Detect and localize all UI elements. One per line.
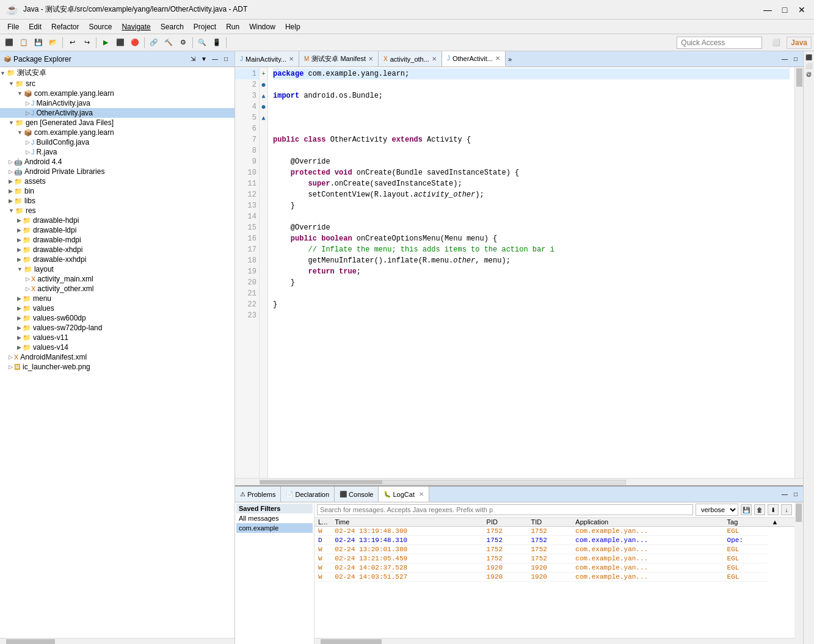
menu-file[interactable]: File — [2, 21, 24, 32]
editor-scrollbar[interactable] — [794, 67, 803, 478]
code-editor[interactable]: package com.example.yang.learn; import a… — [268, 67, 794, 478]
editor-hscrollbar[interactable] — [235, 478, 803, 485]
menu-search[interactable]: Search — [156, 21, 189, 32]
tree-item-15[interactable]: ▶ 📁 drawable-hdpi — [0, 215, 234, 225]
toolbar-btn-9[interactable]: 🔴 — [128, 36, 142, 49]
tree-item-21[interactable]: ▷ X activity_main.xml — [0, 274, 234, 284]
tree-item-20[interactable]: ▼ 📁 layout — [0, 264, 234, 274]
quick-access-input[interactable] — [677, 37, 762, 49]
editor-min-btn[interactable]: — — [780, 54, 790, 64]
tree-item-13[interactable]: ▶ 📁 libs — [0, 196, 234, 206]
logcat-clear-btn[interactable]: 🗑 — [754, 504, 765, 515]
tree-item-29[interactable]: ▷ X AndroidManifest.xml — [0, 352, 234, 362]
logcat-row[interactable]: W 02-24 14:02:37.528 1920 1920 com.examp… — [314, 563, 794, 573]
logcat-close-x[interactable]: ✕ — [419, 491, 424, 497]
toolbar-btn-10[interactable]: 🔗 — [147, 36, 161, 49]
tab-logcat[interactable]: 🐛 LogCat ✕ — [379, 487, 429, 502]
bottom-max-btn[interactable]: □ — [791, 490, 801, 499]
tree-item-11[interactable]: ▶ 📁 assets — [0, 176, 234, 186]
tree-item-14[interactable]: ▼ 📁 res — [0, 206, 234, 215]
tab-close-activity-oth[interactable]: ✕ — [432, 56, 437, 62]
tree-item-25[interactable]: ▶ 📁 values-sw600dp — [0, 313, 234, 323]
editor-tab-mainactivity[interactable]: J MainActivity... ✕ — [235, 51, 299, 67]
tree-item-19[interactable]: ▶ 📁 drawable-xxhdpi — [0, 255, 234, 264]
tree-item-3[interactable]: ▷ J MainActivity.java — [0, 98, 234, 108]
menu-navigate[interactable]: Navigate — [117, 21, 155, 32]
menu-window[interactable]: Window — [244, 21, 280, 32]
logcat-row[interactable]: W 02-24 13:21:05.459 1752 1752 com.examp… — [314, 554, 794, 563]
pkg-collapse-btn[interactable]: ⇲ — [188, 54, 198, 64]
tab-console[interactable]: ⬛ Console — [335, 487, 379, 502]
editor-tab-manifest[interactable]: M 测试安卓 Manifest ✕ — [299, 51, 379, 67]
tree-item-24[interactable]: ▶ 📁 values — [0, 303, 234, 313]
toolbar-btn-13[interactable]: 🔍 — [195, 36, 209, 49]
logcat-row[interactable]: W 02-24 13:19:48.300 1752 1752 com.examp… — [314, 527, 794, 536]
editor-max-btn[interactable]: □ — [791, 54, 801, 64]
java-perspective-badge[interactable]: Java — [787, 37, 812, 49]
toolbar-btn-1[interactable]: ⬛ — [2, 36, 16, 49]
menu-edit[interactable]: Edit — [24, 21, 46, 32]
pkg-menu-btn[interactable]: ▼ — [199, 54, 209, 64]
menu-help[interactable]: Help — [280, 21, 305, 32]
toolbar-btn-3[interactable]: 💾 — [32, 36, 45, 49]
logcat-hscrollbar[interactable] — [314, 638, 794, 644]
tree-item-16[interactable]: ▶ 📁 drawable-ldpi — [0, 225, 234, 235]
tree-item-27[interactable]: ▶ 📁 values-v11 — [0, 333, 234, 342]
tree-item-0[interactable]: ▼ 📁 测试安卓 — [0, 67, 234, 79]
menu-refactor[interactable]: Refactor — [46, 21, 84, 32]
logcat-row[interactable]: D 02-24 13:19:48.310 1752 1752 com.examp… — [314, 536, 794, 545]
toolbar-btn-12[interactable]: ⚙ — [176, 36, 190, 49]
menu-source[interactable]: Source — [84, 21, 117, 32]
toolbar-btn-5[interactable]: ↩ — [65, 36, 79, 49]
logcat-save-btn[interactable]: 💾 — [741, 504, 752, 515]
editor-tab-otheractivity[interactable]: J OtherActivit... ✕ — [442, 51, 506, 67]
tab-close-mainactivity[interactable]: ✕ — [289, 56, 294, 62]
tree-item-1[interactable]: ▼ 📁 src — [0, 79, 234, 89]
tab-problems[interactable]: ⚠ Problems — [235, 487, 281, 502]
tab-overflow-btn[interactable]: » — [506, 51, 514, 67]
toolbar-btn-11[interactable]: 🔨 — [162, 36, 175, 49]
tree-item-26[interactable]: ▶ 📁 values-sw720dp-land — [0, 323, 234, 333]
pkg-max-btn[interactable]: □ — [221, 54, 231, 64]
toolbar-btn-14[interactable]: 📱 — [210, 36, 223, 49]
pkg-min-btn[interactable]: — — [210, 54, 220, 64]
logcat-scroll-btn2[interactable]: ↓ — [781, 504, 792, 515]
tree-item-9[interactable]: ▷ 🤖 Android 4.4 — [0, 157, 234, 167]
logcat-vscrollbar[interactable] — [794, 502, 803, 644]
tree-item-6[interactable]: ▼ 📦 com.example.yang.learn — [0, 128, 234, 137]
toolbar-btn-4[interactable]: 📂 — [46, 36, 60, 49]
toolbar-btn-6[interactable]: ↪ — [80, 36, 93, 49]
tree-item-30[interactable]: ▷ 🖼 ic_launcher-web.png — [0, 362, 234, 372]
tree-item-8[interactable]: ▷ J R.java — [0, 147, 234, 157]
filter-com-example[interactable]: com.example — [236, 523, 313, 533]
verbose-select[interactable]: verbose — [696, 504, 738, 516]
tree-item-5[interactable]: ▼ 📁 gen [Generated Java Files] — [0, 118, 234, 128]
toolbar-perspective-btn[interactable]: ⬜ — [769, 36, 783, 49]
bottom-min-btn[interactable]: — — [780, 490, 790, 499]
tree-item-17[interactable]: ▶ 📁 drawable-mdpi — [0, 235, 234, 245]
tab-close-otheractivity[interactable]: ✕ — [495, 55, 500, 62]
close-button[interactable]: ✕ — [796, 5, 808, 15]
filter-all-messages[interactable]: All messages — [236, 513, 313, 523]
maximize-button[interactable]: □ — [779, 5, 791, 15]
menu-project[interactable]: Project — [189, 21, 221, 32]
tree-item-10[interactable]: ▷ 🤖 Android Private Libraries — [0, 167, 234, 176]
logcat-search-input[interactable] — [317, 504, 693, 515]
toolbar-run[interactable]: ▶ — [99, 36, 112, 49]
tree-item-12[interactable]: ▶ 📁 bin — [0, 186, 234, 196]
tab-declaration[interactable]: 📄 Declaration — [281, 487, 335, 502]
tab-close-manifest[interactable]: ✕ — [368, 56, 373, 62]
tree-item-18[interactable]: ▶ 📁 drawable-xhdpi — [0, 245, 234, 255]
toolbar-btn-2[interactable]: 📋 — [17, 36, 31, 49]
tree-item-23[interactable]: ▶ 📁 menu — [0, 294, 234, 303]
editor-tab-activity-oth[interactable]: X activity_oth... ✕ — [379, 51, 442, 67]
tree-item-22[interactable]: ▷ X activity_other.xml — [0, 284, 234, 294]
logcat-scroll-btn[interactable]: ⬇ — [768, 504, 779, 515]
toolbar-btn-8[interactable]: ⬛ — [114, 36, 127, 49]
tree-item-28[interactable]: ▶ 📁 values-v14 — [0, 342, 234, 352]
logcat-row[interactable]: W 02-24 13:20:01.380 1752 1752 com.examp… — [314, 545, 794, 554]
tree-item-7[interactable]: ▷ J BuildConfig.java — [0, 137, 234, 147]
menu-run[interactable]: Run — [221, 21, 244, 32]
tree-item-2[interactable]: ▼ 📦 com.example.yang.learn — [0, 89, 234, 98]
logcat-row[interactable]: W 02-24 14:03:51.527 1920 1920 com.examp… — [314, 573, 794, 582]
